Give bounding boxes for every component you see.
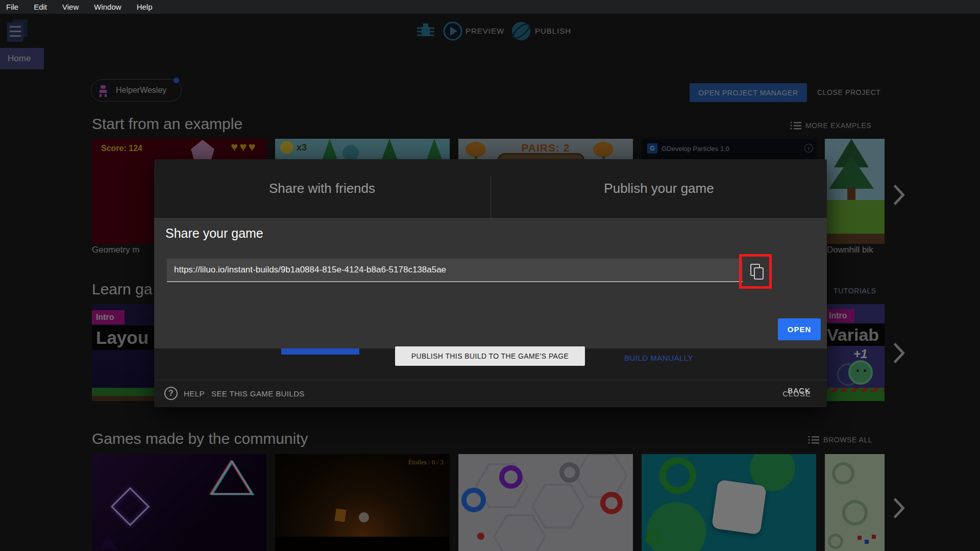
- question-glyph: ?: [168, 389, 174, 398]
- hidden-generate-button-edge: [281, 348, 359, 355]
- menu-window[interactable]: Window: [94, 3, 121, 11]
- menu-file[interactable]: File: [6, 3, 18, 11]
- tab-share-with-friends[interactable]: Share with friends: [154, 159, 490, 218]
- help-icon[interactable]: ?: [164, 387, 178, 400]
- dialog-divider: [154, 380, 827, 380]
- menu-bar: File Edit View Window Help: [0, 0, 980, 14]
- close-dialog-button[interactable]: CLOSE: [782, 389, 811, 398]
- tab-publish-label: Publish your game: [604, 181, 714, 196]
- annotation-highlight-box: [739, 254, 772, 289]
- share-dialog: Share with friends Publish your game Sha…: [154, 159, 827, 407]
- panel-title: Share your game: [165, 226, 263, 241]
- menu-edit[interactable]: Edit: [34, 3, 47, 11]
- help-button[interactable]: HELP: [184, 389, 205, 398]
- tab-share-label: Share with friends: [269, 181, 375, 196]
- build-manually-link[interactable]: BUILD MANUALLY: [491, 354, 827, 362]
- tab-divider: [491, 176, 491, 218]
- open-url-button[interactable]: OPEN: [778, 318, 821, 340]
- tab-publish-your-game[interactable]: Publish your game: [491, 159, 827, 218]
- menu-help[interactable]: Help: [137, 3, 153, 11]
- menu-view[interactable]: View: [62, 3, 79, 11]
- build-url-input[interactable]: [167, 259, 743, 282]
- see-game-builds-button[interactable]: SEE THIS GAME BUILDS: [211, 389, 305, 398]
- share-your-game-panel: Share your game OPEN PUBLISH THIS BUILD …: [154, 218, 827, 348]
